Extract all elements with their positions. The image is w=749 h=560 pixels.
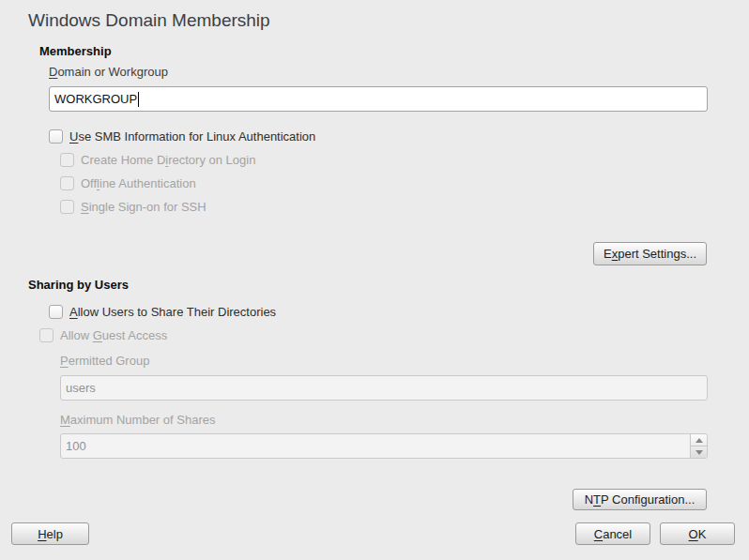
sharing-section-heading: Sharing by Users xyxy=(28,278,129,292)
permitted-group-value: users xyxy=(66,381,96,395)
offline-authentication-label: Offline Authentication xyxy=(81,176,196,190)
ntp-configuration-button[interactable]: NTP Configuration... xyxy=(573,489,707,510)
ok-button[interactable]: OK xyxy=(660,522,735,545)
spinner-up-button xyxy=(691,434,707,446)
allow-users-share-label: Allow Users to Share Their Directories xyxy=(69,305,276,319)
single-sign-on-label: Single Sign-on for SSH xyxy=(81,200,206,214)
domain-or-workgroup-label: Domain or Workgroup xyxy=(49,65,168,79)
domain-or-workgroup-input[interactable]: WORKGROUP xyxy=(49,86,708,112)
checkbox-icon xyxy=(60,176,74,190)
cancel-button[interactable]: Cancel xyxy=(575,522,650,545)
allow-guest-access-checkbox: Allow Guest Access xyxy=(39,328,167,342)
use-smb-auth-checkbox[interactable]: Use SMB Information for Linux Authentica… xyxy=(49,129,315,144)
allow-users-share-checkbox[interactable]: Allow Users to Share Their Directories xyxy=(49,305,276,319)
offline-authentication-checkbox: Offline Authentication xyxy=(60,176,196,190)
max-shares-spinner: 100 xyxy=(60,433,708,459)
create-home-directory-label: Create Home Directory on Login xyxy=(81,153,255,167)
permitted-group-input: users xyxy=(60,375,708,401)
text-cursor xyxy=(138,92,139,107)
checkbox-icon xyxy=(39,328,54,342)
checkbox-icon[interactable] xyxy=(49,129,63,144)
windows-domain-membership-dialog: Windows Domain Membership Membership Dom… xyxy=(0,0,749,560)
use-smb-auth-label: Use SMB Information for Linux Authentica… xyxy=(69,129,315,144)
max-shares-value: 100 xyxy=(61,439,690,453)
create-home-directory-checkbox: Create Home Directory on Login xyxy=(60,153,255,167)
permitted-group-label: Permitted Group xyxy=(60,354,149,368)
spinner-buttons xyxy=(690,434,707,458)
arrow-up-icon xyxy=(696,438,703,443)
max-shares-label: Maximum Number of Shares xyxy=(60,413,215,427)
checkbox-icon xyxy=(60,200,74,214)
membership-section-heading: Membership xyxy=(39,44,112,58)
page-title: Windows Domain Membership xyxy=(28,10,270,31)
expert-settings-button[interactable]: Expert Settings... xyxy=(593,242,707,265)
arrow-down-icon xyxy=(696,450,703,455)
checkbox-icon xyxy=(60,153,74,167)
domain-or-workgroup-value: WORKGROUP xyxy=(54,92,137,106)
checkbox-icon[interactable] xyxy=(49,305,63,319)
spinner-down-button xyxy=(691,446,707,458)
help-button[interactable]: Help xyxy=(11,522,89,545)
single-sign-on-checkbox: Single Sign-on for SSH xyxy=(60,200,206,214)
allow-guest-access-label: Allow Guest Access xyxy=(60,328,167,342)
